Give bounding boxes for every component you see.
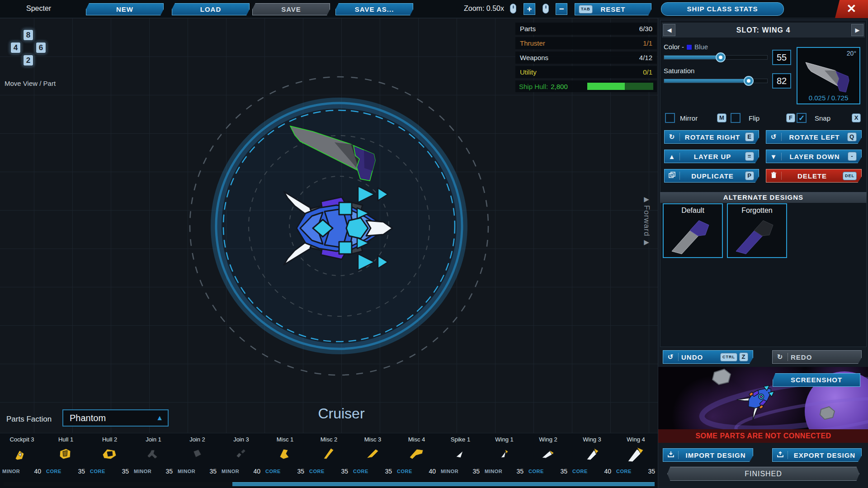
- join3-part-icon: [230, 445, 252, 464]
- part-wing-4[interactable]: Wing 4CORE35: [614, 433, 658, 479]
- hull1-part-icon: [55, 445, 76, 464]
- part-name: Join 2: [175, 436, 219, 443]
- zoom-out-button[interactable]: −: [556, 3, 567, 15]
- part-type: CORE: [397, 469, 412, 474]
- parts-scrollbar-thumb[interactable]: [232, 482, 655, 486]
- part-wing-2[interactable]: Wing 2CORE35: [526, 433, 570, 479]
- part-type: CORE: [528, 469, 544, 474]
- color-slider[interactable]: [664, 55, 768, 60]
- part-name: Wing 4: [614, 436, 658, 443]
- part-name: Misc 4: [395, 436, 439, 443]
- part-type: CORE: [616, 469, 632, 474]
- saturation-value-box[interactable]: 82: [772, 73, 791, 89]
- load-button[interactable]: LOAD: [172, 3, 250, 15]
- flip-checkbox[interactable]: [731, 113, 741, 123]
- import-label: IMPORT DESIGN: [679, 451, 753, 459]
- design-name: Forgotten: [728, 206, 786, 215]
- forward-indicator: ▶ Forward ▶: [638, 195, 655, 246]
- screenshot-button[interactable]: SCREENSHOT: [773, 373, 860, 387]
- zoom-in-button[interactable]: +: [524, 3, 535, 15]
- color-name: Blue: [694, 43, 708, 51]
- misc4-part-icon: [406, 445, 427, 464]
- reset-view-button[interactable]: TAB RESET: [575, 3, 651, 15]
- part-misc-1[interactable]: Misc 1CORE35: [263, 433, 307, 479]
- part-cost: 35: [648, 468, 655, 475]
- part-wing-3[interactable]: Wing 3CORE40: [570, 433, 614, 479]
- save-as-button[interactable]: SAVE AS...: [335, 3, 413, 15]
- misc3-part-icon: [362, 445, 383, 464]
- e-key-icon: E: [745, 132, 754, 141]
- part-type: CORE: [265, 469, 281, 474]
- zoom-level-label: Zoom: 0.50x: [464, 5, 504, 13]
- part-cockpit-3[interactable]: Cockpit 3MINOR40: [0, 433, 44, 479]
- part-name: Misc 3: [351, 436, 395, 443]
- part-misc-2[interactable]: Misc 2CORE35: [307, 433, 351, 479]
- rotate-right-icon: ↻: [665, 133, 680, 141]
- stat-label: Thruster: [520, 39, 545, 47]
- part-type: MINOR: [134, 469, 151, 474]
- color-value-box[interactable]: 55: [772, 50, 791, 65]
- redo-button[interactable]: ↻ REDO: [772, 350, 862, 364]
- part-type: MINOR: [178, 469, 195, 474]
- design-card-forgotten[interactable]: Forgotten: [727, 203, 787, 258]
- spike-part-icon: [449, 445, 471, 464]
- design-canvas[interactable]: 8 4 6 2 Move View / Part Parts6/30Thrust…: [0, 0, 658, 488]
- saturation-slider[interactable]: [664, 79, 768, 83]
- part-cost: 35: [297, 468, 304, 475]
- layer-down-button[interactable]: ▼ LAYER DOWN -: [766, 150, 862, 163]
- join1-part-icon: [142, 445, 164, 464]
- duplicate-label: DUPLICATE: [680, 172, 745, 180]
- part-misc-3[interactable]: Misc 3CORE35: [351, 433, 395, 479]
- hull2-part-icon: [99, 445, 120, 464]
- saturation-slider-knob[interactable]: [744, 76, 754, 86]
- stat-row: Thruster1/1: [515, 37, 657, 49]
- stat-row: Parts6/30: [515, 23, 657, 35]
- part-type: CORE: [572, 469, 588, 474]
- parts-scrollbar-track[interactable]: [4, 482, 655, 486]
- ctrl-key-icon: CTRL: [720, 353, 737, 361]
- part-name: Join 3: [219, 436, 263, 443]
- part-cost: 40: [429, 468, 436, 475]
- mouse-scroll-icon: [542, 4, 549, 14]
- top-toolbar: Specter NEWLOADSAVESAVE AS... Zoom: 0.50…: [0, 0, 868, 18]
- layer-up-button[interactable]: ▲ LAYER UP =: [664, 150, 759, 163]
- part-join-1[interactable]: Join 1MINOR35: [132, 433, 175, 479]
- forward-arrow-icon: ▶: [644, 195, 649, 203]
- mirror-checkbox[interactable]: [665, 113, 675, 123]
- part-misc-4[interactable]: Misc 4CORE40: [395, 433, 439, 479]
- parts-faction-dropdown[interactable]: Phantom ▲: [62, 409, 169, 427]
- close-button[interactable]: ✕: [835, 0, 868, 18]
- cockpit-part-icon: [11, 445, 33, 464]
- design-card-default[interactable]: Default: [663, 203, 723, 258]
- delete-button[interactable]: DELETE DEL: [766, 169, 862, 183]
- undo-button[interactable]: ↺ UNDO CTRL Z: [663, 350, 753, 364]
- part-join-3[interactable]: Join 3MINOR40: [219, 433, 263, 479]
- minus-key-icon: -: [848, 152, 857, 161]
- part-hull-1[interactable]: Hull 1CORE35: [44, 433, 88, 479]
- part-preview-box: 20° 0.025 / 0.725: [797, 47, 860, 104]
- part-join-2[interactable]: Join 2MINOR35: [175, 433, 219, 479]
- export-design-button[interactable]: EXPORT DESIGN: [772, 448, 862, 462]
- stat-label: Parts: [520, 25, 536, 33]
- part-coords-value: 0.025 / 0.725: [797, 94, 859, 102]
- part-spike-1[interactable]: Spike 1MINOR35: [439, 433, 482, 479]
- duplicate-button[interactable]: DUPLICATE P: [664, 169, 759, 183]
- rotate-right-button[interactable]: ↻ ROTATE RIGHT E: [664, 130, 759, 144]
- new-button[interactable]: NEW: [86, 3, 164, 15]
- slot-next-button[interactable]: ▶: [851, 24, 863, 36]
- ship-class-stats-button[interactable]: SHIP CLASS STATS: [661, 2, 784, 16]
- snap-checkbox[interactable]: ✓: [797, 113, 807, 123]
- part-wing-1[interactable]: Wing 1MINOR35: [482, 433, 526, 479]
- save-button[interactable]: SAVE: [252, 3, 330, 15]
- finished-button[interactable]: FINISHED: [667, 467, 859, 481]
- part-name: Misc 1: [263, 436, 307, 443]
- misc1-part-icon: [274, 445, 296, 464]
- ship-editor-screen: 8 4 6 2 Move View / Part Parts6/30Thrust…: [0, 0, 868, 488]
- import-design-button[interactable]: IMPORT DESIGN: [663, 448, 753, 462]
- rotate-left-button[interactable]: ↺ ROTATE LEFT Q: [766, 130, 862, 144]
- part-hull-2[interactable]: Hull 2CORE35: [88, 433, 132, 479]
- slot-prev-button[interactable]: ◀: [663, 24, 675, 36]
- rotate-left-label: ROTATE LEFT: [782, 133, 847, 141]
- part-cost: 35: [341, 468, 348, 475]
- rotate-left-icon: ↺: [766, 133, 782, 141]
